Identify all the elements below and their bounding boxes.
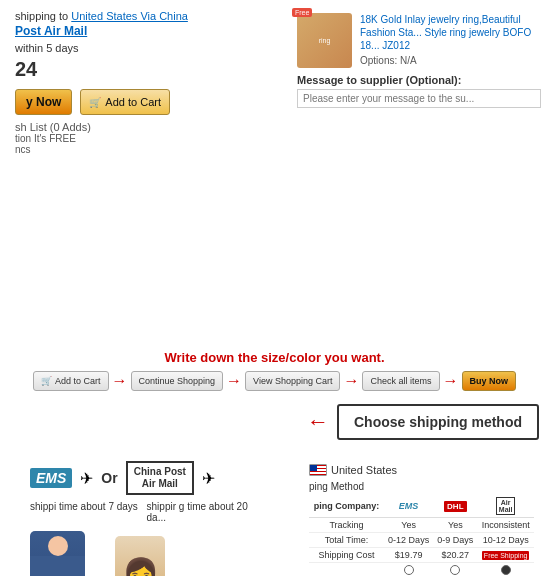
country-label: United States [309,464,534,476]
post-air-mail-link[interactable]: Post Air Mail [15,24,260,38]
arrow-section: Write down the size/color you want. 🛒 Ad… [0,345,549,396]
arrow-4: → [443,372,459,390]
buy-now-step-label: Buy Now [470,376,509,386]
col-ems: EMS [384,495,433,518]
ems-time-text: shippi time about 7 days [30,501,139,523]
add-cart-label: Add to Cart [105,96,161,108]
protection-text2: ncs [15,144,260,155]
cost-row: Shipping Cost $19.79 $20.27 Free Shippin… [309,548,534,563]
radio-dhl-btn[interactable] [450,565,460,575]
buy-now-label: y Now [26,95,61,109]
view-cart-label: View Shopping Cart [253,376,332,386]
ems-logo: EMS [30,468,72,488]
bottom-left-content: EMS ✈ Or China PostAir Mail ✈ shippi tim… [0,446,270,576]
or-text: Or [101,470,117,486]
cart-icon: 🛒 [89,97,101,108]
protection-text: tion It's FREE [15,133,260,144]
cost-ems: $19.79 [384,548,433,563]
plane-icon-2: ✈ [202,469,215,488]
shipping-time-row: shippi time about 7 days shippir g time … [30,501,265,523]
options-line: Options: N/A [360,55,541,66]
arrow-3: → [343,372,359,390]
plane-icon: ✈ [80,469,93,488]
view-cart-step[interactable]: View Shopping Cart [245,371,340,391]
bottom-section: EMS ✈ Or China PostAir Mail ✈ shippi tim… [0,446,549,576]
continue-shopping-step[interactable]: Continue Shopping [131,371,224,391]
shipping-link[interactable]: United States Via China [71,10,188,22]
country-name: United States [331,464,397,476]
arrow-2: → [226,372,242,390]
product-row: Free ring 18K Gold Inlay jewelry ring,Be… [297,13,541,68]
time-air: 10-12 Days [477,533,534,548]
tracking-dhl: Yes [433,518,477,533]
cost-air: Free Shipping [477,548,534,563]
wish-list-text: sh List (0 Adds) [15,121,260,133]
radio-row [309,563,534,577]
price-display: 24 [15,58,260,81]
check-items-step[interactable]: Check all items [362,371,439,391]
china-post-box: China PostAir Mail [126,461,194,495]
time-dhl: 0-9 Days [433,533,477,548]
radio-ems-btn[interactable] [404,565,414,575]
continue-shopping-label: Continue Shopping [139,376,216,386]
write-down-text: Write down the size/color you want. [10,350,539,365]
free-shipping-badge: Free [292,8,312,17]
product-description: 18K Gold Inlay jewelry ring,Beautiful Fa… [360,13,541,52]
message-supplier-input[interactable] [297,89,541,108]
radio-dhl[interactable] [433,563,477,577]
choose-shipping-label: Choose shipping method [354,414,522,430]
us-flag-icon [309,464,327,476]
person2-image: 👩 [115,536,165,576]
choose-shipping-arrow: ← [307,409,329,435]
bottom-right-content: United States ping Method ping Company: … [294,454,549,576]
cost-dhl: $20.27 [433,548,477,563]
product-info: 18K Gold Inlay jewelry ring,Beautiful Fa… [360,13,541,68]
person1-image [30,531,85,576]
check-items-label: Check all items [370,376,431,386]
tracking-row: Tracking Yes Yes Inconsistent [309,518,534,533]
radio-placeholder [309,563,384,577]
left-panel: shipping to United States Via China Post… [0,0,270,165]
col-dhl: DHL [433,495,477,518]
add-to-cart-button[interactable]: 🛒 Add to Cart [80,89,170,115]
arrow-1: → [112,372,128,390]
main-container: shipping to United States Via China Post… [0,0,549,576]
col-company: ping Company: [309,495,384,518]
cost-label: Shipping Cost [309,548,384,563]
choose-shipping-container: ← Choose shipping method [0,400,549,440]
delivery-persons: ← 👩 [30,531,265,576]
message-supplier-label: Message to supplier (Optional): [297,74,541,86]
action-buttons: y Now 🛒 Add to Cart [15,89,260,115]
add-to-cart-step-label: Add to Cart [55,376,101,386]
top-section: shipping to United States Via China Post… [0,0,549,190]
time-row: Total Time: 0-12 Days 0-9 Days 10-12 Day… [309,533,534,548]
cart-step-icon: 🛒 [41,376,52,386]
shipping-to-text: shipping to United States Via China [15,10,260,22]
tracking-ems: Yes [384,518,433,533]
tracking-air: Inconsistent [477,518,534,533]
shipping-table: ping Company: EMS DHL AirMail Tracking Y… [309,495,534,576]
radio-air[interactable] [477,563,534,577]
buy-now-step[interactable]: Buy Now [462,371,517,391]
product-image: Free ring [297,13,352,68]
shipping-method-label: ping Method [309,481,534,492]
add-to-cart-step[interactable]: 🛒 Add to Cart [33,371,109,391]
time-ems: 0-12 Days [384,533,433,548]
within-days-text: within 5 days [15,42,260,54]
radio-ems[interactable] [384,563,433,577]
step-row: 🛒 Add to Cart → Continue Shopping → View… [10,371,539,391]
tracking-label: Tracking [309,518,384,533]
radio-air-btn[interactable] [501,565,511,575]
shipping-options-row: EMS ✈ Or China PostAir Mail ✈ [30,461,265,495]
col-air: AirMail [477,495,534,518]
buy-now-button[interactable]: y Now [15,89,72,115]
time-label: Total Time: [309,533,384,548]
right-panel: Free ring 18K Gold Inlay jewelry ring,Be… [289,5,549,116]
china-time-text: shippir g time about 20 da... [147,501,265,523]
choose-shipping-box: Choose shipping method [337,404,539,440]
